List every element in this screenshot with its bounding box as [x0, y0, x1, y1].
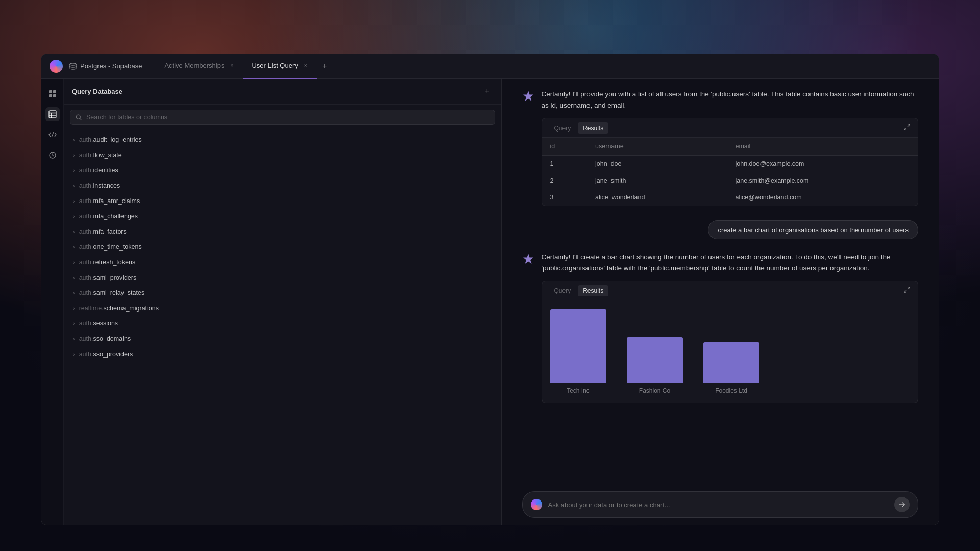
first-expand-button[interactable] [903, 123, 911, 133]
svg-rect-5 [49, 111, 56, 118]
db-connection-name: Postgres - Supabase [80, 62, 142, 70]
sidebar-table-item[interactable]: › auth.one_time_tokens [64, 239, 501, 255]
cell-id: 2 [542, 172, 587, 189]
database-icon [69, 62, 77, 70]
sidebar-table-item[interactable]: › auth.saml_relay_states [64, 285, 501, 300]
table-name-label: auth.audit_log_entries [79, 136, 142, 143]
first-ai-message-content: Certainly! I'll provide you with a list … [542, 89, 919, 206]
table-name-label: auth.one_time_tokens [79, 243, 142, 251]
chevron-icon: › [73, 336, 75, 342]
chevron-icon: › [73, 320, 75, 327]
chevron-icon: › [73, 259, 75, 265]
tab-user-list-query[interactable]: User List Query × [243, 54, 317, 79]
ai-avatar-2 [522, 253, 534, 265]
svg-line-9 [52, 132, 54, 137]
sidebar-icon-code[interactable] [45, 128, 60, 142]
ai-avatar-1 [522, 90, 534, 102]
main-layout: Query Database + Search for tables or co… [41, 79, 939, 525]
chevron-icon: › [73, 213, 75, 219]
cell-username: alice_wonderland [587, 189, 727, 206]
table-row: 3alice_wonderlandalice@wonderland.com [542, 189, 918, 206]
chevron-icon: › [73, 290, 75, 296]
second-results-tabs: Query Results [542, 281, 918, 300]
bar [627, 337, 683, 383]
sidebar: Query Database + Search for tables or co… [64, 79, 502, 525]
second-ai-message-content: Certainly! I'll create a bar chart showi… [542, 252, 919, 403]
send-button[interactable] [894, 497, 910, 512]
svg-rect-2 [53, 90, 56, 93]
chevron-icon: › [73, 137, 75, 143]
sidebar-table-item[interactable]: › auth.sso_providers [64, 346, 501, 362]
chat-messages: Certainly! I'll provide you with a list … [502, 79, 939, 484]
chevron-icon: › [73, 305, 75, 311]
second-expand-button[interactable] [903, 286, 911, 295]
sidebar-table-item[interactable]: › auth.audit_log_entries [64, 132, 501, 147]
sidebar-table-item[interactable]: › auth.sessions [64, 316, 501, 331]
bar-group: Fashion Co [627, 337, 683, 394]
bar-chart: Tech IncFashion CoFoodies Ltd [542, 300, 918, 403]
first-results-tab[interactable]: Results [578, 122, 608, 134]
bar-label: Fashion Co [639, 387, 670, 394]
svg-point-11 [76, 115, 80, 119]
table-name-label: auth.sessions [79, 320, 118, 327]
sidebar-table-item[interactable]: › auth.refresh_tokens [64, 255, 501, 270]
search-icon [76, 114, 82, 121]
sidebar-table-item[interactable]: › auth.instances [64, 178, 501, 193]
second-results-panel: Query Results [542, 281, 919, 403]
first-ai-message-text: Certainly! I'll provide you with a list … [542, 89, 919, 111]
search-box[interactable]: Search for tables or columns [70, 110, 495, 125]
sidebar-icon-grid[interactable] [45, 87, 60, 101]
sidebar-header: Query Database + [64, 79, 501, 105]
chat-input[interactable] [548, 501, 889, 509]
chat-input-box [522, 491, 919, 518]
bar-label: Tech Inc [567, 387, 590, 394]
second-query-tab[interactable]: Query [549, 285, 576, 296]
sidebar-table-item[interactable]: › auth.mfa_factors [64, 224, 501, 239]
col-header-username: username [587, 138, 727, 156]
bar-group: Foodies Ltd [703, 342, 760, 394]
second-results-tab[interactable]: Results [578, 285, 608, 296]
tab-active-memberships-label: Active Memberships [164, 62, 224, 69]
tab-bar: Active Memberships × User List Query × + [156, 54, 930, 79]
sidebar-table-item[interactable]: › auth.saml_providers [64, 270, 501, 285]
table-name-label: auth.saml_providers [79, 274, 137, 281]
table-name-label: auth.sso_providers [79, 350, 133, 358]
chevron-icon: › [73, 229, 75, 235]
first-ai-message: Certainly! I'll provide you with a list … [522, 89, 919, 206]
cell-email: alice@wonderland.com [727, 189, 918, 206]
sidebar-table-item[interactable]: › auth.sso_domains [64, 331, 501, 346]
sidebar-table-item[interactable]: › auth.flow_state [64, 147, 501, 163]
bar [703, 342, 760, 383]
user-message-wrap: create a bar chart of organisations base… [522, 220, 919, 239]
svg-point-0 [70, 63, 76, 65]
svg-rect-3 [49, 94, 52, 97]
tab-add-button[interactable]: + [317, 59, 332, 73]
sidebar-add-button[interactable]: + [482, 86, 493, 97]
first-results-panel: Query Results [542, 118, 919, 206]
main-window: Postgres - Supabase Active Memberships ×… [41, 54, 939, 525]
sidebar-icon-history[interactable] [45, 148, 60, 162]
cell-email: john.doe@example.com [727, 156, 918, 172]
tab-user-list-query-close[interactable]: × [302, 62, 309, 69]
tab-active-memberships[interactable]: Active Memberships × [156, 54, 243, 79]
sidebar-table-item[interactable]: › realtime.schema_migrations [64, 300, 501, 316]
titlebar: Postgres - Supabase Active Memberships ×… [41, 54, 939, 79]
chat-input-area [502, 484, 939, 525]
table-name-label: auth.saml_relay_states [79, 289, 145, 296]
cell-id: 1 [542, 156, 587, 172]
first-results-table: id username email 1john_doejohn.doe@exam… [542, 138, 918, 206]
first-results-tabs: Query Results [542, 118, 918, 138]
table-row: 1john_doejohn.doe@example.com [542, 156, 918, 172]
user-message-bubble: create a bar chart of organisations base… [708, 220, 918, 239]
tab-user-list-query-label: User List Query [252, 62, 298, 69]
chevron-icon: › [73, 167, 75, 173]
table-name-label: auth.identities [79, 167, 118, 174]
cell-email: jane.smith@example.com [727, 172, 918, 189]
sidebar-icon-table[interactable] [45, 107, 60, 121]
chevron-icon: › [73, 183, 75, 189]
first-query-tab[interactable]: Query [549, 122, 576, 134]
sidebar-table-item[interactable]: › auth.identities [64, 163, 501, 178]
sidebar-table-item[interactable]: › auth.mfa_challenges [64, 209, 501, 224]
sidebar-table-item[interactable]: › auth.mfa_amr_claims [64, 193, 501, 209]
tab-active-memberships-close[interactable]: × [228, 62, 235, 69]
